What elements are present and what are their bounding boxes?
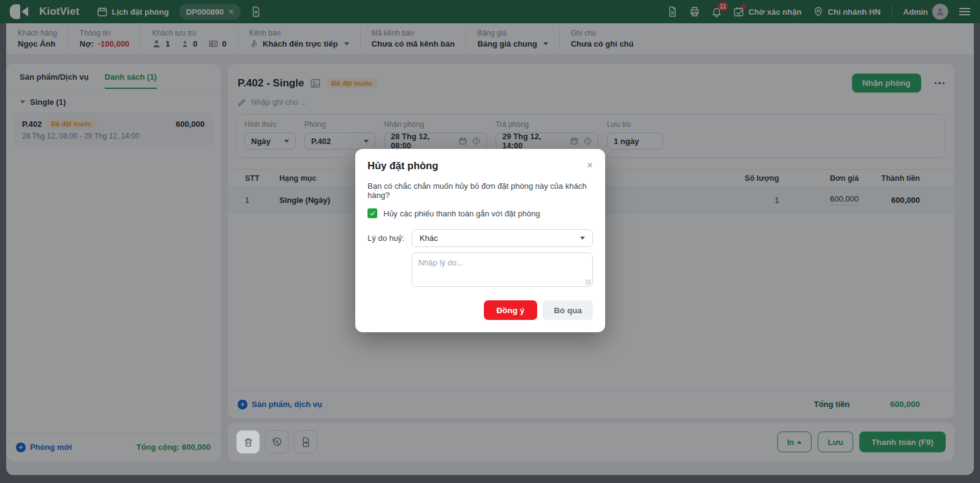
cancel-payments-checkbox[interactable]: Hủy các phiếu thanh toán gắn với đặt phò…: [368, 208, 593, 218]
delete-booking-button[interactable]: [236, 430, 260, 454]
reason-selected-value: Khác: [420, 234, 438, 243]
reason-textarea[interactable]: [412, 253, 593, 287]
modal-message: Bạn có chắc chắn muốn hủy bỏ đơn đặt phò…: [368, 181, 593, 200]
reason-select[interactable]: Khác: [412, 229, 593, 247]
confirm-button[interactable]: Đồng ý: [484, 300, 538, 320]
chevron-down-icon: [580, 237, 585, 240]
skip-button[interactable]: Bỏ qua: [543, 300, 593, 320]
reason-label: Lý do huỷ:: [368, 234, 412, 243]
screen: KiotViet Lịch đặt phòng DP000890 ×: [0, 0, 980, 483]
close-icon[interactable]: ×: [587, 160, 593, 170]
checkbox-checked-icon: [368, 208, 377, 218]
cancel-booking-modal: Hủy đặt phòng × Bạn có chắc chắn muốn hủ…: [355, 149, 605, 332]
modal-title: Hủy đặt phòng: [368, 160, 438, 172]
checkbox-label: Hủy các phiếu thanh toán gắn với đặt phò…: [383, 209, 540, 218]
trash-icon: [243, 437, 254, 447]
